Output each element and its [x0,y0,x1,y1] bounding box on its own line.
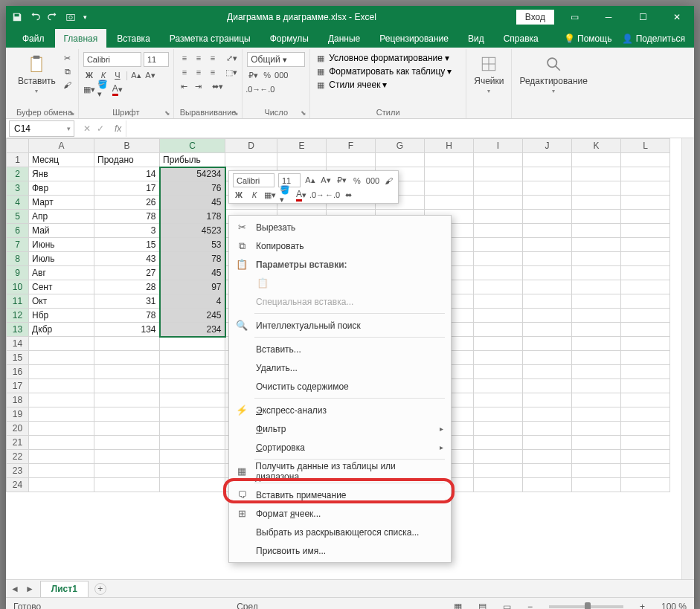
row-header-2[interactable]: 2 [7,167,29,181]
cell-C2[interactable]: 54234 [160,167,225,181]
cell-L15[interactable] [621,351,670,365]
cell-B18[interactable] [94,393,160,407]
undo-icon[interactable] [30,12,40,22]
cell-B5[interactable]: 78 [94,210,160,224]
cell-B22[interactable] [94,450,160,464]
cell-B10[interactable]: 28 [94,280,160,294]
cell-L9[interactable] [621,266,670,280]
cell-J3[interactable] [523,181,572,196]
ctx-get-data[interactable]: ▦Получить данные из таблицы или диапазон… [229,462,451,480]
merge-icon[interactable]: ⬌▾ [211,80,223,92]
view-page-layout-icon[interactable]: ▤ [478,602,487,610]
cell-C8[interactable]: 78 [160,252,225,266]
cell-L5[interactable] [621,210,670,224]
sheet-tab[interactable]: Лист1 [40,581,89,597]
cell-C10[interactable]: 97 [160,280,225,294]
align-top-icon[interactable]: ≡ [179,52,190,64]
cell-I6[interactable] [474,224,523,238]
cell-C21[interactable] [160,436,225,450]
cell-I8[interactable] [474,252,523,266]
col-header-H[interactable]: H [425,139,474,153]
cell-J21[interactable] [523,436,572,450]
row-header-19[interactable]: 19 [7,407,29,422]
tab-file[interactable]: Файл [13,29,54,48]
decrease-font-icon[interactable]: A▾ [144,69,156,81]
close-button[interactable]: ✕ [660,6,694,28]
col-header-K[interactable]: K [572,139,621,153]
format-as-table-button[interactable]: ▦Форматировать как таблицу ▾ [315,65,452,77]
cell-B6[interactable]: 3 [94,224,160,238]
align-left-icon[interactable]: ≡ [179,66,190,78]
zoom-slider[interactable] [549,605,623,608]
cell-B3[interactable]: 17 [94,181,160,196]
col-header-F[interactable]: F [327,139,376,153]
cell-K12[interactable] [572,309,621,323]
row-header-8[interactable]: 8 [7,252,29,266]
ctx-quick-analysis[interactable]: ⚡Экспресс-анализ [229,401,451,419]
cell-A21[interactable] [29,436,94,450]
cell-F1[interactable] [327,153,376,167]
name-box[interactable]: C14 [9,120,74,137]
mini-currency-icon[interactable]: ₽▾ [335,175,347,187]
tab-insert[interactable]: Вставка [108,29,159,48]
cell-I18[interactable] [474,393,523,407]
cell-L1[interactable] [621,153,670,167]
cell-L2[interactable] [621,167,670,181]
cell-B13[interactable]: 134 [94,323,160,337]
fx-icon[interactable]: fx [110,123,126,134]
mini-bold-button[interactable]: Ж [233,189,245,201]
cell-A7[interactable]: Июнь [29,238,94,252]
cell-K2[interactable] [572,167,621,181]
cell-I16[interactable] [474,365,523,379]
cell-K11[interactable] [572,294,621,309]
cell-C9[interactable]: 45 [160,266,225,280]
cell-G1[interactable] [376,153,425,167]
cell-B14[interactable] [94,337,160,351]
ctx-paste-option[interactable]: 📋 [229,274,451,292]
cut-icon[interactable]: ✂ [62,52,74,64]
cell-A2[interactable]: Янв [29,167,94,181]
cell-L12[interactable] [621,309,670,323]
col-header-B[interactable]: B [94,139,160,153]
row-header-14[interactable]: 14 [7,337,29,351]
ctx-pick-from-list[interactable]: Выбрать из раскрывающегося списка... [229,523,451,541]
mini-dec-decimal-icon[interactable]: ←.0 [327,189,338,201]
mini-comma-icon[interactable]: 000 [367,175,379,187]
col-header-C[interactable]: C [160,139,225,153]
cell-J18[interactable] [523,393,572,407]
cell-L23[interactable] [621,464,670,478]
cell-A22[interactable] [29,450,94,464]
cell-C4[interactable]: 45 [160,196,225,210]
tab-data[interactable]: Данные [319,29,369,48]
cell-A20[interactable] [29,422,94,436]
row-header-12[interactable]: 12 [7,309,29,323]
format-painter-icon[interactable]: 🖌 [62,79,74,91]
cell-J13[interactable] [523,323,572,337]
cell-A12[interactable]: Нбр [29,309,94,323]
cell-I4[interactable] [474,196,523,210]
cells-button[interactable]: Ячейки▾ [471,52,507,96]
cell-B4[interactable]: 26 [94,196,160,210]
bold-button[interactable]: Ж [83,69,95,81]
cell-A23[interactable] [29,464,94,478]
cell-L21[interactable] [621,436,670,450]
conditional-formatting-button[interactable]: ▦Условное форматирование ▾ [315,52,449,64]
cell-I2[interactable] [474,167,523,181]
col-header-I[interactable]: I [474,139,523,153]
ribbon-options-icon[interactable]: ▭ [557,6,591,28]
paste-button[interactable]: Вставить ▾ [15,52,59,96]
cell-I24[interactable] [474,478,523,492]
cell-A3[interactable]: Фвр [29,181,94,196]
cell-I22[interactable] [474,450,523,464]
cell-E1[interactable] [277,153,327,167]
cell-B15[interactable] [94,351,160,365]
cell-K22[interactable] [572,450,621,464]
camera-icon[interactable] [65,12,76,22]
cell-I1[interactable] [474,153,523,167]
cell-J17[interactable] [523,379,572,393]
tab-help[interactable]: Справка [495,29,548,48]
cell-B11[interactable]: 31 [94,294,160,309]
cell-C24[interactable] [160,478,225,492]
row-header-5[interactable]: 5 [7,210,29,224]
cell-J9[interactable] [523,266,572,280]
